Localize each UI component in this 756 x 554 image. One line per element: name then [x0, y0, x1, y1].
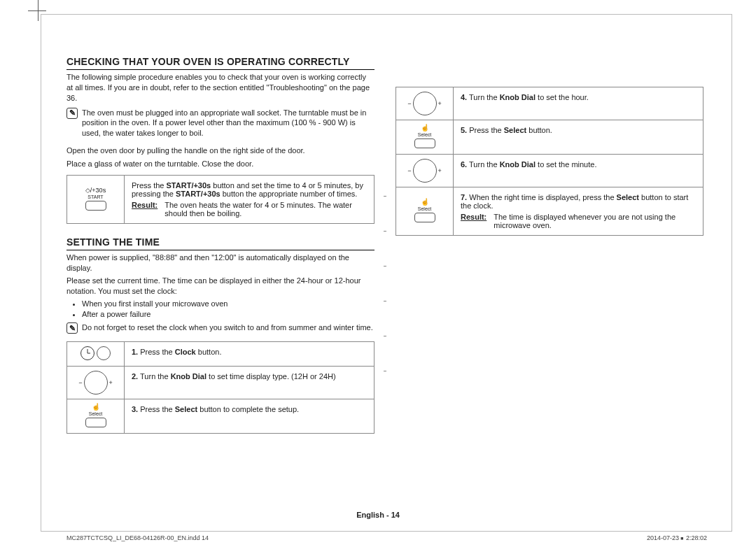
procedure-text-cell: Press the START/+30s button and set the … — [125, 175, 374, 223]
imprint-left: MC287TCTCSQ_LI_DE68-04126R-00_EN.indd 14 — [66, 534, 209, 541]
page-content: CHECKING THAT YOUR OVEN IS OPERATING COR… — [66, 56, 704, 442]
intro-text: When power is supplied, "88:88" and then… — [66, 253, 374, 274]
imprint-bar: MC287TCTCSQ_LI_DE68-04126R-00_EN.indd 14… — [66, 534, 707, 541]
result-label: Result: — [132, 201, 158, 218]
step-text: 2. Turn the Knob Dial to set time displa… — [125, 366, 374, 399]
page-footer: English - 14 — [0, 511, 756, 519]
select-icon-cell: ☝ Select — [396, 187, 454, 236]
start-label: START — [70, 194, 121, 199]
result-text: The oven heats the water for 4 or 5 minu… — [164, 201, 367, 218]
note-row: The oven must be plugged into an appropr… — [66, 108, 374, 142]
right-column: −+ 4. Turn the Knob Dial to set the hour… — [396, 56, 704, 442]
button-outline-icon — [414, 138, 435, 148]
hand-icon: ☝ — [399, 199, 450, 206]
start-icon-cell: ◇/+30s START — [67, 175, 125, 223]
knob-icon-cell: −+ — [396, 87, 454, 120]
start-icon-label: /+30s — [90, 187, 106, 194]
knob-dial-icon — [413, 159, 437, 183]
note-icon — [66, 108, 78, 119]
section-heading-checking: CHECKING THAT YOUR OVEN IS OPERATING COR… — [66, 56, 374, 70]
steps-table-left: 1. Press the Clock button. −+ 2. Turn th… — [66, 341, 374, 434]
clock-icon-cell — [67, 341, 125, 366]
step-text: 1. Press the Clock button. — [125, 341, 374, 366]
bullet-list: When you first install your microwave ov… — [82, 299, 374, 318]
step-text: 3. Press the Select button to complete t… — [125, 399, 374, 433]
knob-icon-cell: −+ — [67, 366, 125, 399]
step-text: 7. When the right time is displayed, pre… — [454, 187, 704, 236]
button-outline-icon — [85, 201, 106, 211]
section-heading-time: SETTING THE TIME — [66, 236, 374, 250]
hand-icon: ☝ — [70, 404, 121, 411]
left-column: CHECKING THAT YOUR OVEN IS OPERATING COR… — [66, 56, 374, 442]
list-item: When you first install your microwave ov… — [82, 299, 374, 308]
clock-icon — [80, 346, 94, 360]
list-item: After a power failure — [82, 310, 374, 318]
procedure-table: ◇/+30s START Press the START/+30s button… — [66, 175, 374, 224]
knob-icon-cell: −+ — [396, 155, 454, 187]
step-text: 6. Turn the Knob Dial to set the minute. — [454, 155, 704, 187]
button-outline-icon — [85, 418, 106, 427]
imprint-right: 2014-07-23 ￭ 2:28:02 — [647, 534, 707, 541]
circle-icon — [97, 346, 111, 360]
hand-icon: ☝ — [399, 125, 450, 132]
step-text: 5. Press the Select button. — [454, 120, 704, 155]
select-icon-cell: ☝ Select — [67, 399, 125, 433]
instruction-text: Open the oven door by pulling the handle… — [66, 145, 374, 156]
select-label: Select — [399, 132, 450, 137]
select-label: Select — [70, 411, 121, 416]
note-row: Do not forget to reset the clock when yo… — [66, 322, 374, 336]
select-label: Select — [399, 206, 450, 211]
note-text: The oven must be plugged into an appropr… — [82, 108, 374, 139]
result-label: Result: — [461, 213, 486, 229]
intro-text: Please set the current time. The time ca… — [66, 276, 374, 297]
instruction-text: Place a glass of water on the turntable.… — [66, 159, 374, 169]
button-outline-icon — [414, 213, 435, 222]
note-text: Do not forget to reset the clock when yo… — [82, 322, 373, 333]
step-text: 4. Turn the Knob Dial to set the hour. — [454, 87, 704, 120]
result-text: The time is displayed whenever you are n… — [493, 213, 696, 229]
intro-text: The following simple procedure enables y… — [66, 72, 374, 104]
note-icon — [66, 322, 78, 334]
knob-dial-icon — [84, 371, 108, 395]
knob-dial-icon — [413, 92, 437, 115]
steps-table-right: −+ 4. Turn the Knob Dial to set the hour… — [396, 87, 704, 236]
select-icon-cell: ☝ Select — [396, 120, 454, 155]
